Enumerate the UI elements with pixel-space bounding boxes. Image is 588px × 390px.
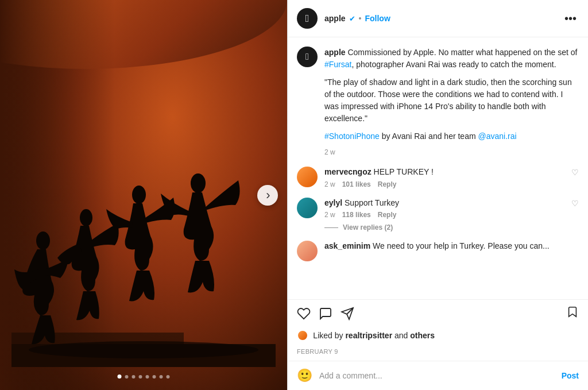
caption-block:  apple Commissioned by Apple. No matter… [297, 47, 579, 157]
post-image [0, 0, 287, 390]
truncated-comment: ask_eminim We need to your help in Turke… [297, 241, 579, 261]
caption-apple-icon:  [305, 52, 309, 62]
emoji-button[interactable]: 🙂 [297, 368, 312, 383]
comment-item: mervecngoz HELP TURKEY ! 2 w 101 likes R… [297, 167, 579, 188]
caption-quote: "The play of shadow and light in a dark … [324, 76, 579, 125]
right-panel:  apple ✔ • Follow •••  apple Commissio… [287, 0, 588, 390]
pagination-dots [118, 374, 170, 379]
comment-avatar-3[interactable] [297, 241, 318, 261]
comment-meta-2: 2 w 118 likes Reply [324, 211, 564, 219]
actions-bar [288, 299, 588, 327]
comment-avatar-1[interactable] [297, 167, 318, 187]
bookmark-icon [566, 306, 579, 318]
post-header:  apple ✔ • Follow ••• [288, 0, 588, 37]
comment-text-2: eylyl Support Turkey [324, 198, 564, 209]
comment-likes-1: 101 likes [342, 180, 371, 188]
header-info: apple ✔ • Follow [324, 14, 562, 23]
likes-text1: Liked by [313, 331, 345, 340]
comment-icon [319, 307, 332, 321]
header-username[interactable]: apple [324, 14, 346, 23]
heart-icon [297, 307, 311, 321]
comment-heart-1[interactable]: ♡ [571, 167, 579, 177]
dot-1[interactable] [118, 374, 122, 379]
more-options-button[interactable]: ••• [562, 12, 579, 25]
comment-reply-button-2[interactable]: Reply [378, 211, 397, 219]
caption-hashtag2[interactable]: #ShotoniPhone [324, 132, 380, 141]
likes-text: Liked by realtripsitter and others [311, 331, 435, 340]
caption-text3: by Avani Rai and her team [380, 132, 478, 141]
comment-username-1[interactable]: mervecngoz [324, 167, 372, 176]
separator: • [359, 14, 362, 23]
comment-text-1: mervecngoz HELP TURKEY ! [324, 167, 564, 178]
header-avatar[interactable]:  [297, 8, 318, 29]
comment-body-1: mervecngoz HELP TURKEY ! 2 w 101 likes R… [324, 167, 564, 188]
comment-input[interactable] [319, 371, 562, 380]
next-image-button[interactable] [257, 185, 278, 206]
svg-point-5 [191, 173, 206, 193]
verified-icon: ✔ [349, 14, 355, 23]
likes-bar: Liked by realtripsitter and others [288, 327, 588, 343]
likes-text2: and [392, 331, 410, 340]
comment-avatar-2[interactable] [297, 198, 318, 218]
caption-mention[interactable]: @avani.rai [478, 132, 517, 141]
truncated-content: We need to your help in Turkey. Please y… [373, 241, 550, 250]
svg-point-2 [36, 231, 50, 250]
liked-avatar [297, 330, 308, 341]
truncated-text: ask_eminim We need to your help in Turke… [324, 241, 550, 252]
caption-text2: , photographer Avani Rai was ready to ca… [351, 60, 556, 69]
dot-8[interactable] [167, 375, 170, 379]
svg-point-6 [29, 341, 258, 358]
comment-username-2[interactable]: eylyl [324, 198, 342, 207]
truncated-username[interactable]: ask_eminim [324, 241, 370, 250]
follow-button[interactable]: Follow [365, 14, 390, 23]
likes-others[interactable]: others [410, 331, 435, 340]
post-date: FEBRUARY 9 [297, 348, 338, 355]
dot-7[interactable] [160, 375, 163, 379]
comment-content-2: Support Turkey [345, 198, 399, 207]
caption-hashtag1[interactable]: #Fursat [324, 60, 351, 69]
comment-heart-2[interactable]: ♡ [571, 198, 579, 208]
comment-button[interactable] [319, 307, 332, 321]
like-button[interactable] [297, 307, 311, 321]
caption-meta: 2 w [324, 147, 579, 157]
caption-time: 2 w [324, 148, 335, 156]
svg-point-4 [132, 186, 146, 204]
bookmark-button[interactable] [566, 306, 579, 322]
caption-text1: Commissioned by Apple. No matter what ha… [346, 48, 578, 57]
caption-username[interactable]: apple [324, 48, 346, 57]
comment-meta-1: 2 w 101 likes Reply [324, 180, 564, 188]
svg-point-3 [80, 209, 92, 226]
caption-avatar[interactable]:  [297, 47, 318, 67]
comment-content-1: HELP TURKEY ! [374, 167, 434, 176]
comment-likes-2: 118 likes [342, 211, 371, 219]
caption-text: apple Commissioned by Apple. No matter w… [324, 47, 579, 157]
dot-3[interactable] [132, 375, 136, 379]
dot-5[interactable] [146, 375, 149, 379]
liked-username[interactable]: realtripsitter [345, 331, 392, 340]
comment-body-2: eylyl Support Turkey 2 w 118 likes Reply [324, 198, 564, 219]
comments-area:  apple Commissioned by Apple. No matter… [288, 37, 588, 299]
dancers-silhouette [11, 126, 276, 367]
comment-time-2: 2 w [324, 211, 335, 219]
view-replies-button[interactable]: View replies (2) [343, 223, 393, 231]
share-button[interactable] [341, 307, 354, 321]
comment-item-2: eylyl Support Turkey 2 w 118 likes Reply… [297, 198, 579, 219]
comment-reply-button-1[interactable]: Reply [378, 180, 397, 188]
post-comment-button[interactable]: Post [562, 371, 579, 380]
date-bar: FEBRUARY 9 [288, 343, 588, 361]
view-replies-line [324, 227, 338, 228]
share-icon [341, 307, 354, 321]
apple-logo-icon:  [305, 13, 310, 25]
dot-6[interactable] [153, 375, 156, 379]
comment-time-1: 2 w [324, 180, 335, 188]
dot-4[interactable] [139, 375, 142, 379]
add-comment-bar: 🙂 Post [288, 361, 588, 390]
dot-2[interactable] [125, 375, 129, 379]
view-replies: View replies (2) [324, 223, 579, 231]
